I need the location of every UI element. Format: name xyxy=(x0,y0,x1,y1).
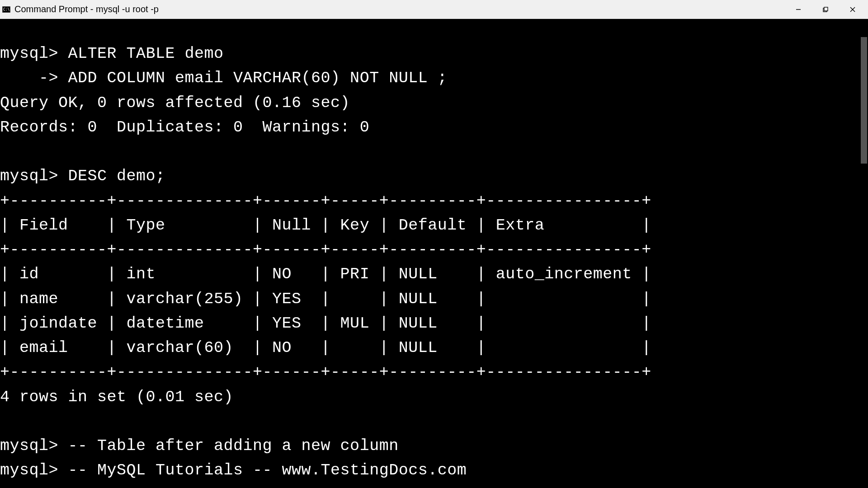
table-border: +----------+--------------+------+-----+… xyxy=(0,241,651,259)
prompt-comment: mysql> -- Table after adding a new colum… xyxy=(0,437,399,455)
titlebar[interactable]: C:\ Command Prompt - mysql -u root -p xyxy=(0,0,868,19)
result-summary: 4 rows in set (0.01 sec) xyxy=(0,388,233,406)
minimize-button[interactable] xyxy=(785,0,812,19)
table-header: | Field | Type | Null | Key | Default | … xyxy=(0,216,651,235)
table-row: | name | varchar(255) | YES | | NULL | | xyxy=(0,290,651,308)
scrollbar-track[interactable] xyxy=(858,19,868,488)
table-row: | email | varchar(60) | NO | | NULL | | xyxy=(0,339,651,357)
prompt-line: mysql> ALTER TABLE demo xyxy=(0,45,224,63)
table-border: +----------+--------------+------+-----+… xyxy=(0,363,651,381)
prompt-continuation: -> ADD COLUMN email VARCHAR(60) NOT NULL… xyxy=(0,69,447,87)
table-border: +----------+--------------+------+-----+… xyxy=(0,192,651,210)
close-button[interactable] xyxy=(839,0,866,19)
query-stats: Records: 0 Duplicates: 0 Warnings: 0 xyxy=(0,118,369,136)
command-prompt-window: C:\ Command Prompt - mysql -u root -p xyxy=(0,0,868,488)
terminal-area[interactable]: mysql> ALTER TABLE demo -> ADD COLUMN em… xyxy=(0,19,868,488)
table-row: | id | int | NO | PRI | NULL | auto_incr… xyxy=(0,265,651,283)
svg-text:C:\: C:\ xyxy=(3,8,10,12)
query-result: Query OK, 0 rows affected (0.16 sec) xyxy=(0,94,350,112)
table-row: | joindate | datetime | YES | MUL | NULL… xyxy=(0,314,651,333)
cmd-icon: C:\ xyxy=(2,5,11,14)
prompt-comment: mysql> -- MySQL Tutorials -- www.Testing… xyxy=(0,461,467,479)
prompt-line: mysql> DESC demo; xyxy=(0,167,165,185)
window-controls xyxy=(785,0,866,19)
maximize-button[interactable] xyxy=(812,0,839,19)
svg-rect-4 xyxy=(824,7,828,11)
scrollbar-thumb[interactable] xyxy=(861,37,867,164)
terminal-output: mysql> ALTER TABLE demo -> ADD COLUMN em… xyxy=(0,42,868,483)
window-title: Command Prompt - mysql -u root -p xyxy=(14,4,785,14)
